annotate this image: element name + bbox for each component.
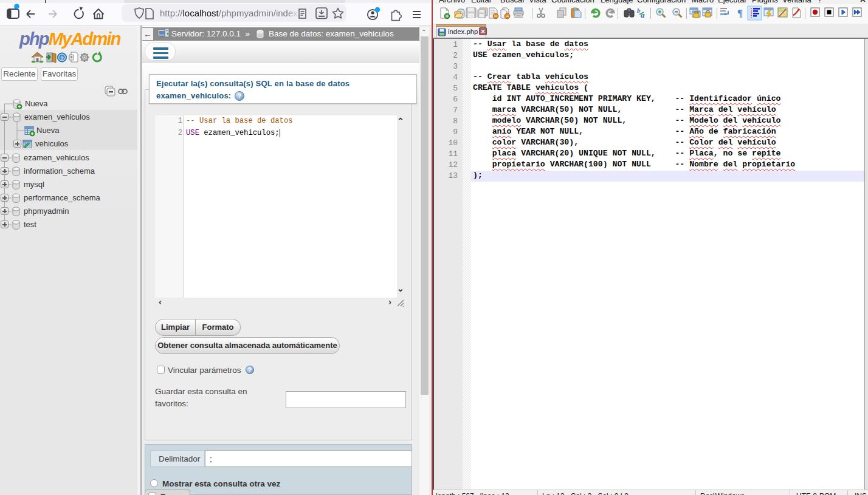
svg-text:?: ? (60, 55, 64, 61)
svg-text:¶: ¶ (737, 7, 743, 19)
svg-text:a: a (641, 10, 645, 19)
